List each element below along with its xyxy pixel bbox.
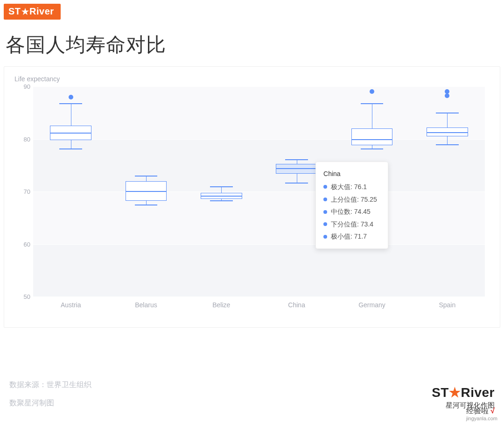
x-tick-label: Germany bbox=[334, 298, 409, 311]
box-germany[interactable] bbox=[351, 128, 393, 145]
maker-line: 数聚星河制图 bbox=[9, 394, 91, 412]
y-tick-label: 70 bbox=[14, 188, 30, 195]
x-tick-label: Spain bbox=[410, 298, 485, 311]
outlier-point[interactable] bbox=[370, 89, 374, 94]
x-tick-label: Belarus bbox=[108, 298, 183, 311]
outlier-point[interactable] bbox=[69, 95, 73, 99]
dot-icon bbox=[323, 198, 327, 201]
source-line: 数据来源：世界卫生组织 bbox=[9, 376, 91, 394]
x-tick-label: China bbox=[259, 298, 334, 311]
tooltip-row: 极小值: 71.7 bbox=[323, 230, 380, 243]
outlier-point[interactable] bbox=[445, 93, 449, 98]
dot-icon bbox=[323, 185, 327, 189]
dot-icon bbox=[323, 235, 327, 239]
y-tick-label: 60 bbox=[14, 240, 30, 247]
outlier-point[interactable] bbox=[445, 89, 449, 94]
x-axis: AustriaBelarusBelizeChinaGermanySpain bbox=[33, 298, 485, 311]
tooltip-title: China bbox=[323, 168, 380, 180]
dot-icon bbox=[323, 222, 327, 226]
tooltip-row: 上分位值: 75.25 bbox=[323, 193, 380, 206]
tooltip-row: 中位数: 74.45 bbox=[323, 205, 380, 218]
y-tick-label: 90 bbox=[14, 83, 30, 90]
x-tick-label: Belize bbox=[184, 298, 259, 311]
x-tick-label: Austria bbox=[33, 298, 108, 311]
y-tick-label: 50 bbox=[14, 293, 30, 300]
dot-icon bbox=[323, 210, 327, 214]
tooltip-row: 下分位值: 73.4 bbox=[323, 218, 380, 231]
y-tick-label: 80 bbox=[14, 135, 30, 142]
tooltip: China 极大值: 76.1上分位值: 75.25中位数: 74.45下分位值… bbox=[315, 162, 388, 249]
page-title: 各国人均寿命对比 bbox=[6, 32, 500, 58]
plot-wrap: 5060708090 AustriaBelarusBelizeChinaGerm… bbox=[14, 86, 490, 311]
brand-logo-text: ST★River bbox=[8, 6, 54, 17]
brand-logo: ST★River bbox=[4, 4, 61, 20]
watermark: 经验啦 √ jingyanla.com bbox=[466, 406, 497, 421]
footer-brand-logo: ST★River bbox=[432, 385, 495, 400]
chart-card: Life expectancy 5060708090 AustriaBelaru… bbox=[4, 66, 500, 328]
y-axis-label: Life expectancy bbox=[14, 75, 490, 83]
plot-area[interactable] bbox=[33, 86, 485, 297]
footer-left: 数据来源：世界卫生组织 数聚星河制图 bbox=[9, 376, 91, 412]
tooltip-row: 极大值: 76.1 bbox=[323, 181, 380, 193]
